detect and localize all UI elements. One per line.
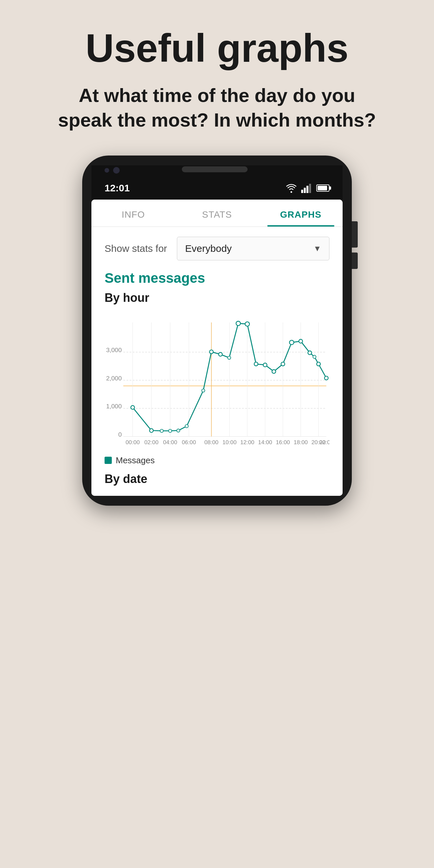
svg-point-40	[264, 363, 267, 367]
phone-top-section: 12:01	[91, 165, 343, 199]
tab-graphs[interactable]: GRAPHS	[259, 199, 343, 226]
page-title: Useful graphs	[20, 26, 414, 70]
svg-point-34	[210, 350, 213, 353]
svg-point-29	[160, 429, 163, 432]
phone-container: 12:01	[82, 156, 352, 506]
svg-text:02:00: 02:00	[144, 439, 158, 445]
screen-content: Show stats for Everybody ▼ Sent messages…	[91, 227, 343, 496]
battery-tip	[330, 186, 331, 190]
wifi-icon	[285, 183, 298, 193]
svg-point-31	[177, 429, 180, 432]
dropdown-value: Everybody	[185, 243, 232, 254]
legend-dot	[104, 457, 112, 464]
svg-text:2,000: 2,000	[106, 374, 122, 381]
tab-info[interactable]: INFO	[91, 199, 175, 226]
svg-point-48	[324, 376, 328, 380]
header-section: Useful graphs At what time of the day do…	[0, 0, 434, 149]
dropdown-selector[interactable]: Everybody ▼	[177, 237, 330, 260]
svg-rect-2	[301, 190, 303, 193]
tabs-bar: INFO STATS GRAPHS	[91, 199, 343, 227]
chart-legend: Messages	[104, 455, 330, 466]
svg-rect-3	[304, 188, 306, 193]
svg-text:08:00: 08:00	[205, 439, 219, 445]
dropdown-arrow-icon: ▼	[313, 244, 321, 253]
svg-point-47	[317, 362, 320, 366]
side-button-top	[352, 221, 358, 248]
svg-point-32	[185, 425, 188, 428]
svg-point-36	[227, 356, 231, 360]
status-bar: 12:01	[91, 179, 343, 196]
svg-rect-4	[306, 186, 308, 193]
svg-text:06:00: 06:00	[182, 439, 196, 445]
camera-dot-2	[113, 167, 120, 174]
svg-point-46	[313, 355, 316, 359]
tab-stats[interactable]: STATS	[175, 199, 259, 226]
svg-point-41	[272, 370, 276, 373]
phone-frame: 12:01	[82, 156, 352, 506]
svg-point-44	[299, 339, 303, 343]
phone-speaker	[182, 166, 248, 172]
signal-icon	[301, 183, 313, 193]
svg-text:04:00: 04:00	[163, 439, 177, 445]
show-stats-row: Show stats for Everybody ▼	[104, 237, 330, 260]
chart-by-hour-label: By hour	[104, 291, 330, 305]
svg-text:00:00: 00:00	[126, 439, 140, 445]
battery-icon	[316, 184, 330, 192]
section-title: Sent messages	[104, 270, 330, 286]
time-display: 12:01	[104, 183, 130, 194]
svg-point-45	[308, 351, 311, 354]
svg-point-33	[202, 389, 205, 392]
svg-point-30	[169, 429, 172, 432]
legend-label: Messages	[116, 455, 155, 466]
svg-text:1,000: 1,000	[106, 403, 122, 410]
svg-point-1	[291, 191, 292, 193]
svg-point-38	[245, 322, 250, 326]
status-icons	[285, 183, 330, 193]
side-button-bottom	[352, 252, 358, 269]
camera-dot-1	[104, 168, 109, 173]
chart-by-date-label: By date	[104, 472, 330, 486]
svg-point-35	[219, 352, 222, 356]
svg-point-28	[150, 429, 153, 432]
svg-point-43	[289, 340, 293, 345]
show-stats-label: Show stats for	[104, 243, 167, 254]
svg-text:18:00: 18:00	[293, 439, 308, 445]
hour-chart-svg: 0 1,000 2,000 3,000	[104, 315, 330, 446]
svg-text:12:00: 12:00	[240, 439, 254, 445]
chart-container: 0 1,000 2,000 3,000	[104, 311, 330, 451]
svg-text:22:00: 22:00	[319, 439, 330, 445]
svg-text:16:00: 16:00	[276, 439, 290, 445]
svg-point-42	[281, 362, 285, 366]
camera-area	[104, 165, 120, 175]
battery-fill	[318, 186, 327, 190]
phone-screen: INFO STATS GRAPHS Show stats for	[91, 199, 343, 496]
page-wrapper: Useful graphs At what time of the day do…	[0, 0, 434, 868]
svg-point-39	[254, 362, 258, 366]
page-subtitle: At what time of the day do you speak the…	[53, 83, 381, 132]
svg-text:14:00: 14:00	[258, 439, 272, 445]
svg-text:0: 0	[118, 431, 122, 438]
svg-point-27	[131, 405, 134, 409]
phone-side-buttons	[352, 221, 358, 269]
svg-rect-5	[309, 184, 311, 193]
svg-text:10:00: 10:00	[223, 439, 237, 445]
svg-point-37	[236, 321, 240, 326]
svg-text:3,000: 3,000	[106, 346, 122, 353]
